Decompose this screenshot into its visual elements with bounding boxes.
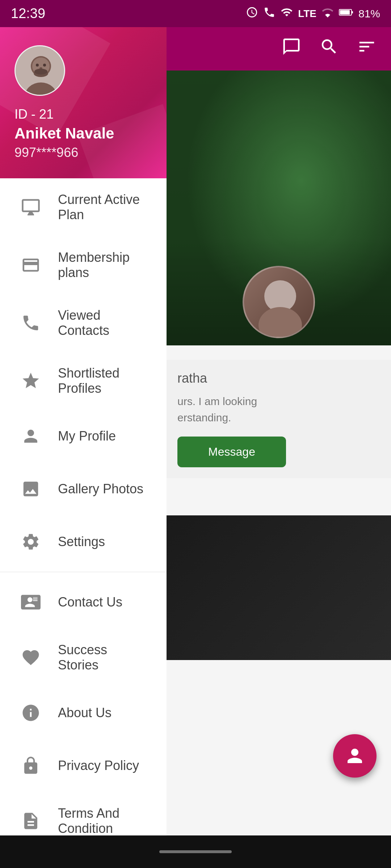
status-time: 12:39 [11,6,45,21]
search-icon[interactable] [319,37,339,61]
status-icons: LTE 81% [246,6,380,21]
image-icon [18,476,43,502]
menu-item-contact-us[interactable]: Contact Us [0,576,167,629]
menu-item-shortlisted-profiles[interactable]: Shortlisted Profiles [0,352,167,410]
menu-label-success-stories: Success Stories [58,642,148,673]
bg-photo-card [167,71,391,345]
menu-label-terms-condition: Terms And Condition [58,806,148,836]
menu-label-settings: Settings [58,534,105,549]
menu-item-membership-plans[interactable]: Membership plans [0,236,167,294]
menu-label-about-us: About Us [58,705,112,720]
person-icon [18,424,43,449]
send-message-button[interactable]: Message [177,437,286,467]
svg-point-4 [258,307,302,338]
menu-item-my-profile[interactable]: My Profile [0,410,167,463]
drawer: ID - 21 Aniket Navale 997****966 Current… [0,27,167,868]
menu-divider [0,572,167,572]
menu-item-privacy-policy[interactable]: Privacy Policy [0,739,167,792]
home-indicator[interactable] [159,850,232,853]
avatar-image [16,46,65,96]
bg-photo-card2 [167,515,391,660]
svg-point-7 [32,58,50,75]
svg-rect-2 [340,10,350,14]
menu-label-gallery-photos: Gallery Photos [58,481,143,497]
bg-card-content: ratha urs. I am looking erstanding. Mess… [167,360,391,478]
alarm-icon [246,6,258,21]
svg-point-8 [34,70,48,77]
monitor-icon [18,195,43,220]
menu-label-my-profile: My Profile [58,429,116,444]
svg-rect-5 [16,46,65,96]
lock-icon [18,753,43,778]
menu-item-success-stories[interactable]: Success Stories [0,629,167,686]
user-phone: 997****966 [14,145,152,160]
battery-text: 81% [358,8,380,20]
menu-label-current-active-plan: Current Active Plan [58,192,148,222]
avatar [14,45,65,96]
contact-phone-icon [18,590,43,615]
drawer-header: ID - 21 Aniket Navale 997****966 [0,27,167,178]
menu-item-current-active-plan[interactable]: Current Active Plan [0,178,167,236]
drawer-menu-primary: Current Active Plan Membership plans Vie… [0,178,167,568]
status-bar: 12:39 LTE 81% [0,0,391,27]
menu-label-shortlisted-profiles: Shortlisted Profiles [58,366,148,396]
card-icon [18,252,43,278]
svg-rect-1 [352,11,353,13]
menu-item-about-us[interactable]: About Us [0,686,167,739]
wifi-icon [281,6,293,21]
gear-icon [18,529,43,554]
menu-label-privacy-policy: Privacy Policy [58,758,139,773]
bottom-nav [0,835,391,868]
fab-button[interactable] [333,734,377,778]
drawer-menu-secondary: Contact Us Success Stories About Us [0,576,167,850]
svg-point-12 [39,67,42,69]
signal-icon [321,6,334,21]
menu-item-viewed-contacts[interactable]: Viewed Contacts [0,294,167,352]
svg-point-11 [43,64,46,67]
menu-label-viewed-contacts: Viewed Contacts [58,308,148,338]
call-icon [263,6,276,21]
bg-card-title: ratha [177,371,380,386]
filter-icon[interactable] [357,37,377,61]
menu-item-settings[interactable]: Settings [0,515,167,568]
user-name: Aniket Navale [14,125,152,142]
svg-point-9 [25,82,57,96]
heart-icon [18,645,43,670]
menu-label-membership-plans: Membership plans [58,250,148,280]
menu-label-contact-us: Contact Us [58,595,122,610]
star-icon [18,368,43,393]
svg-point-6 [31,56,51,76]
battery-icon [339,6,353,21]
user-id: ID - 21 [14,107,152,122]
info-icon [18,700,43,726]
document-icon [18,808,43,834]
person-fab-icon [344,745,366,767]
svg-point-10 [36,64,39,67]
phone-icon [18,310,43,336]
chat-icon[interactable] [282,37,301,61]
menu-item-gallery-photos[interactable]: Gallery Photos [0,463,167,515]
lte-icon: LTE [298,8,316,20]
bg-card-text: urs. I am looking erstanding. [177,393,380,426]
svg-point-13 [34,69,47,75]
